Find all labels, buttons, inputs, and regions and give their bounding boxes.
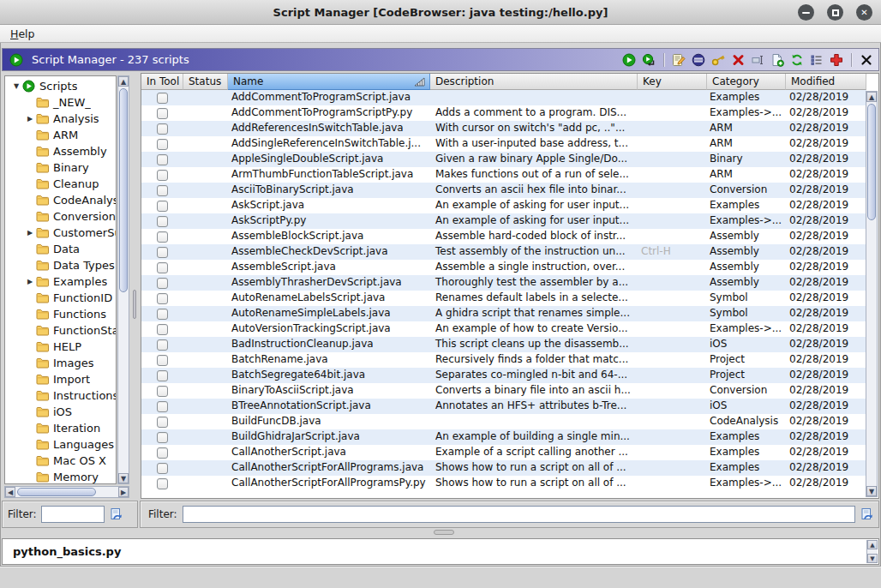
table-row[interactable]: AskScriptPy.pyAn example of asking for u… [141,213,866,229]
run-last-script-icon[interactable] [641,52,656,68]
tree-item-functions[interactable]: Functions [5,306,116,322]
in-tool-checkbox[interactable] [157,123,168,135]
tree-item-import[interactable]: Import [5,371,116,387]
tree-item-arm[interactable]: ARM [5,127,116,143]
in-tool-checkbox[interactable] [157,401,168,412]
scroll-right-icon[interactable]: ▶ [118,487,129,497]
tree-item-data-types[interactable]: Data Types [5,257,116,273]
in-tool-checkbox[interactable] [157,386,168,397]
in-tool-checkbox[interactable] [157,108,168,119]
in-tool-checkbox[interactable] [157,247,168,258]
collapse-icon[interactable]: ▼ [10,82,22,90]
table-row[interactable]: AssemblyThrasherDevScript.javaThoroughly… [141,275,866,291]
edit-script-icon[interactable] [671,52,686,68]
table-row[interactable]: AddSingleReferenceInSwitchTable.j...With… [141,136,866,152]
table-row[interactable]: BatchRename.javaRecursively finds a fold… [141,352,866,368]
tree-item-memory[interactable]: Memory [5,469,116,484]
tree-item-functionid[interactable]: FunctionID [5,290,116,306]
tree-item-iteration[interactable]: Iteration [5,420,116,436]
tree-item-customersu[interactable]: ▶CustomerSu [5,225,116,241]
tree-item-conversion[interactable]: Conversion [5,208,116,225]
in-tool-checkbox[interactable] [157,139,168,150]
table-row[interactable]: CallAnotherScriptForAllPrograms.javaShow… [141,460,866,476]
tree-item-languages[interactable]: Languages [5,436,116,453]
column-header-key[interactable]: Key [638,74,707,90]
column-header-name[interactable]: Name [228,74,430,90]
tree-item-help[interactable]: HELP [5,339,116,355]
in-tool-checkbox[interactable] [157,324,168,335]
in-tool-checkbox[interactable] [157,370,168,381]
delete-script-icon[interactable] [730,52,746,68]
in-tool-checkbox[interactable] [157,278,168,289]
in-tool-checkbox[interactable] [157,432,168,443]
tree-filter-input[interactable] [41,506,105,523]
scrollbar-thumb[interactable] [17,488,96,496]
scrollbar-thumb[interactable] [867,104,876,220]
in-tool-checkbox[interactable] [157,293,168,304]
tree-item-images[interactable]: Images [5,355,116,371]
in-tool-checkbox[interactable] [157,463,168,474]
table-row[interactable]: AppleSingleDoubleScript.javaGiven a raw … [141,152,866,167]
tree-item-cleanup[interactable]: Cleanup [5,176,116,192]
refresh-script-list-icon[interactable] [789,52,805,68]
in-tool-checkbox[interactable] [157,339,168,351]
tree-item-data[interactable]: Data [5,241,116,257]
tree-item-functionsta[interactable]: FunctionSta [5,322,116,339]
table-row[interactable]: AssembleBlockScript.javaAssemble hard-co… [141,229,866,244]
expand-icon[interactable]: ▶ [24,115,36,123]
in-tool-checkbox[interactable] [157,93,168,104]
tree-vertical-scrollbar[interactable]: ▲ ▼ [117,75,129,484]
rename-script-icon[interactable] [750,52,765,68]
close-icon[interactable] [859,52,874,68]
in-tool-checkbox[interactable] [157,478,168,489]
minimize-icon[interactable] [798,4,814,21]
tree-item-binary[interactable]: Binary [5,159,116,176]
expand-icon[interactable]: ▶ [24,229,36,237]
table-row[interactable]: AssembleScript.javaAssemble a single ins… [141,260,866,275]
in-tool-checkbox[interactable] [157,216,168,227]
window-titlebar[interactable]: Script Manager [CodeBrowser: java testin… [0,0,881,25]
in-tool-checkbox[interactable] [157,170,168,181]
tree-item-codeanalysis[interactable]: CodeAnalysis [5,192,116,208]
in-tool-checkbox[interactable] [157,355,168,366]
table-row[interactable]: BatchSegregate64bit.javaSeparates co-min… [141,368,866,383]
tree-item-assembly[interactable]: Assembly [5,143,116,159]
table-row[interactable]: AssembleCheckDevScript.javaTest assembly… [141,244,866,260]
description-splitter[interactable] [434,530,454,535]
new-script-icon[interactable] [770,52,785,68]
tree-item-analysis[interactable]: ▶Analysis [5,111,116,127]
scroll-down-icon[interactable]: ▼ [118,473,129,483]
description-scrollbar[interactable]: ▲ ▼ [866,540,878,563]
column-header-description[interactable]: Description [430,74,638,90]
in-tool-checkbox[interactable] [157,154,168,165]
expand-icon[interactable]: ▶ [24,278,36,285]
script-directories-icon[interactable] [809,52,824,68]
table-row[interactable]: ArmThumbFunctionTableScript.javaMakes fu… [141,167,866,183]
tree-item-mac-os-x[interactable]: Mac OS X [5,453,116,469]
in-tool-checkbox[interactable] [157,185,168,196]
scroll-up-icon[interactable]: ▲ [867,540,878,549]
maximize-icon[interactable] [827,4,843,21]
table-vertical-scrollbar[interactable]: ▲ ▼ [866,91,878,497]
table-row[interactable]: AddReferencesInSwitchTable.javaWith curs… [141,121,866,136]
menu-help[interactable]: Help [10,27,35,40]
tree-item-scripts[interactable]: ▼Scripts [5,78,116,94]
scroll-up-icon[interactable]: ▲ [866,92,877,102]
tree-table-splitter[interactable] [133,290,136,319]
tree-item-examples[interactable]: ▶Examples [5,273,116,290]
table-row[interactable]: BuildGhidraJarScript.javaAn example of b… [141,429,866,445]
ghidra-api-help-icon[interactable] [829,52,844,68]
in-tool-checkbox[interactable] [157,262,168,273]
tree-item--new-[interactable]: _NEW_ [5,94,116,111]
run-script-icon[interactable] [621,52,637,68]
table-row[interactable]: AutoRenameSimpleLabels.javaA ghidra scri… [141,306,866,321]
column-header-category[interactable]: Category [707,74,786,90]
scrollbar-thumb[interactable] [119,88,128,292]
tree-item-instructions[interactable]: Instructions [5,387,116,404]
in-tool-checkbox[interactable] [157,417,168,428]
filter-options-icon[interactable] [860,507,873,521]
in-tool-checkbox[interactable] [157,201,168,212]
assign-key-binding-icon[interactable] [710,52,726,68]
table-row[interactable]: AddCommentToProgramScriptPy.pyAdds a com… [141,105,866,121]
scroll-down-icon[interactable]: ▼ [866,486,877,496]
